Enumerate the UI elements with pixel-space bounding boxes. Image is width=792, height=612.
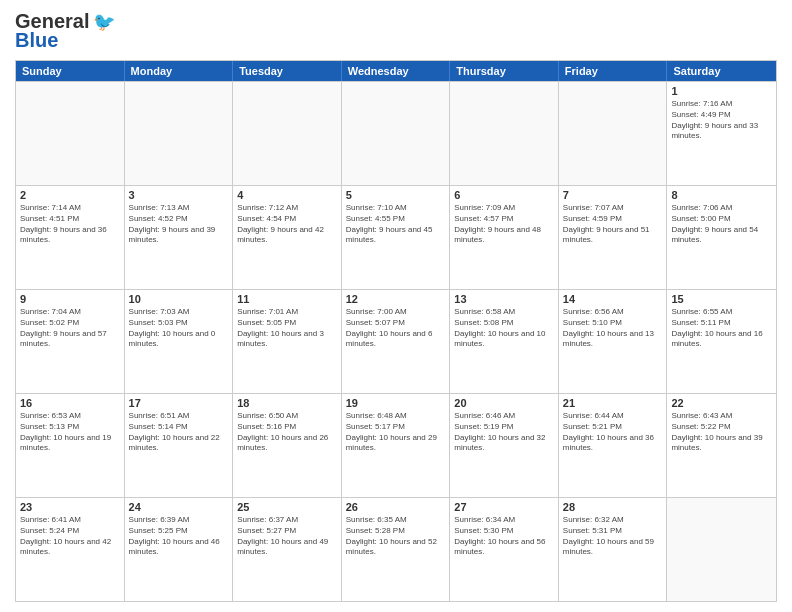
day-number-15: 15 (671, 293, 772, 305)
empty-cell (233, 82, 342, 185)
day-2: 2Sunrise: 7:14 AM Sunset: 4:51 PM Daylig… (16, 186, 125, 289)
day-info-21: Sunrise: 6:44 AM Sunset: 5:21 PM Dayligh… (563, 411, 663, 454)
day-info-4: Sunrise: 7:12 AM Sunset: 4:54 PM Dayligh… (237, 203, 337, 246)
day-info-25: Sunrise: 6:37 AM Sunset: 5:27 PM Dayligh… (237, 515, 337, 558)
day-number-6: 6 (454, 189, 554, 201)
day-info-3: Sunrise: 7:13 AM Sunset: 4:52 PM Dayligh… (129, 203, 229, 246)
day-17: 17Sunrise: 6:51 AM Sunset: 5:14 PM Dayli… (125, 394, 234, 497)
day-19: 19Sunrise: 6:48 AM Sunset: 5:17 PM Dayli… (342, 394, 451, 497)
day-1: 1Sunrise: 7:16 AM Sunset: 4:49 PM Daylig… (667, 82, 776, 185)
day-number-27: 27 (454, 501, 554, 513)
header-tuesday: Tuesday (233, 61, 342, 81)
calendar-header: Sunday Monday Tuesday Wednesday Thursday… (16, 61, 776, 81)
week-5: 23Sunrise: 6:41 AM Sunset: 5:24 PM Dayli… (16, 497, 776, 601)
day-8: 8Sunrise: 7:06 AM Sunset: 5:00 PM Daylig… (667, 186, 776, 289)
day-number-20: 20 (454, 397, 554, 409)
day-number-16: 16 (20, 397, 120, 409)
day-info-18: Sunrise: 6:50 AM Sunset: 5:16 PM Dayligh… (237, 411, 337, 454)
day-14: 14Sunrise: 6:56 AM Sunset: 5:10 PM Dayli… (559, 290, 668, 393)
day-4: 4Sunrise: 7:12 AM Sunset: 4:54 PM Daylig… (233, 186, 342, 289)
header-thursday: Thursday (450, 61, 559, 81)
day-info-5: Sunrise: 7:10 AM Sunset: 4:55 PM Dayligh… (346, 203, 446, 246)
day-info-23: Sunrise: 6:41 AM Sunset: 5:24 PM Dayligh… (20, 515, 120, 558)
day-number-28: 28 (563, 501, 663, 513)
day-number-3: 3 (129, 189, 229, 201)
day-21: 21Sunrise: 6:44 AM Sunset: 5:21 PM Dayli… (559, 394, 668, 497)
header-monday: Monday (125, 61, 234, 81)
day-info-20: Sunrise: 6:46 AM Sunset: 5:19 PM Dayligh… (454, 411, 554, 454)
day-info-15: Sunrise: 6:55 AM Sunset: 5:11 PM Dayligh… (671, 307, 772, 350)
day-22: 22Sunrise: 6:43 AM Sunset: 5:22 PM Dayli… (667, 394, 776, 497)
empty-cell (16, 82, 125, 185)
day-number-9: 9 (20, 293, 120, 305)
day-info-14: Sunrise: 6:56 AM Sunset: 5:10 PM Dayligh… (563, 307, 663, 350)
day-23: 23Sunrise: 6:41 AM Sunset: 5:24 PM Dayli… (16, 498, 125, 601)
empty-cell (125, 82, 234, 185)
header-saturday: Saturday (667, 61, 776, 81)
day-27: 27Sunrise: 6:34 AM Sunset: 5:30 PM Dayli… (450, 498, 559, 601)
day-12: 12Sunrise: 7:00 AM Sunset: 5:07 PM Dayli… (342, 290, 451, 393)
day-number-24: 24 (129, 501, 229, 513)
empty-cell (667, 498, 776, 601)
day-6: 6Sunrise: 7:09 AM Sunset: 4:57 PM Daylig… (450, 186, 559, 289)
day-number-7: 7 (563, 189, 663, 201)
day-3: 3Sunrise: 7:13 AM Sunset: 4:52 PM Daylig… (125, 186, 234, 289)
header: General 🐦 Blue (15, 10, 777, 52)
week-4: 16Sunrise: 6:53 AM Sunset: 5:13 PM Dayli… (16, 393, 776, 497)
week-2: 2Sunrise: 7:14 AM Sunset: 4:51 PM Daylig… (16, 185, 776, 289)
day-20: 20Sunrise: 6:46 AM Sunset: 5:19 PM Dayli… (450, 394, 559, 497)
day-25: 25Sunrise: 6:37 AM Sunset: 5:27 PM Dayli… (233, 498, 342, 601)
day-number-18: 18 (237, 397, 337, 409)
day-number-25: 25 (237, 501, 337, 513)
day-number-17: 17 (129, 397, 229, 409)
day-number-5: 5 (346, 189, 446, 201)
day-info-27: Sunrise: 6:34 AM Sunset: 5:30 PM Dayligh… (454, 515, 554, 558)
day-info-6: Sunrise: 7:09 AM Sunset: 4:57 PM Dayligh… (454, 203, 554, 246)
day-number-2: 2 (20, 189, 120, 201)
day-info-7: Sunrise: 7:07 AM Sunset: 4:59 PM Dayligh… (563, 203, 663, 246)
day-26: 26Sunrise: 6:35 AM Sunset: 5:28 PM Dayli… (342, 498, 451, 601)
day-7: 7Sunrise: 7:07 AM Sunset: 4:59 PM Daylig… (559, 186, 668, 289)
empty-cell (450, 82, 559, 185)
day-24: 24Sunrise: 6:39 AM Sunset: 5:25 PM Dayli… (125, 498, 234, 601)
day-info-19: Sunrise: 6:48 AM Sunset: 5:17 PM Dayligh… (346, 411, 446, 454)
day-info-17: Sunrise: 6:51 AM Sunset: 5:14 PM Dayligh… (129, 411, 229, 454)
day-number-22: 22 (671, 397, 772, 409)
day-number-26: 26 (346, 501, 446, 513)
day-18: 18Sunrise: 6:50 AM Sunset: 5:16 PM Dayli… (233, 394, 342, 497)
day-number-14: 14 (563, 293, 663, 305)
day-info-11: Sunrise: 7:01 AM Sunset: 5:05 PM Dayligh… (237, 307, 337, 350)
day-info-10: Sunrise: 7:03 AM Sunset: 5:03 PM Dayligh… (129, 307, 229, 350)
day-number-13: 13 (454, 293, 554, 305)
day-info-1: Sunrise: 7:16 AM Sunset: 4:49 PM Dayligh… (671, 99, 772, 142)
day-info-13: Sunrise: 6:58 AM Sunset: 5:08 PM Dayligh… (454, 307, 554, 350)
calendar: Sunday Monday Tuesday Wednesday Thursday… (15, 60, 777, 602)
day-number-21: 21 (563, 397, 663, 409)
page: General 🐦 Blue Sunday Monday Tuesday Wed… (0, 0, 792, 612)
day-16: 16Sunrise: 6:53 AM Sunset: 5:13 PM Dayli… (16, 394, 125, 497)
empty-cell (342, 82, 451, 185)
day-info-28: Sunrise: 6:32 AM Sunset: 5:31 PM Dayligh… (563, 515, 663, 558)
day-number-4: 4 (237, 189, 337, 201)
day-info-2: Sunrise: 7:14 AM Sunset: 4:51 PM Dayligh… (20, 203, 120, 246)
day-5: 5Sunrise: 7:10 AM Sunset: 4:55 PM Daylig… (342, 186, 451, 289)
day-info-16: Sunrise: 6:53 AM Sunset: 5:13 PM Dayligh… (20, 411, 120, 454)
day-number-1: 1 (671, 85, 772, 97)
week-1: 1Sunrise: 7:16 AM Sunset: 4:49 PM Daylig… (16, 81, 776, 185)
logo: General 🐦 Blue (15, 10, 115, 52)
header-wednesday: Wednesday (342, 61, 451, 81)
calendar-body: 1Sunrise: 7:16 AM Sunset: 4:49 PM Daylig… (16, 81, 776, 601)
week-3: 9Sunrise: 7:04 AM Sunset: 5:02 PM Daylig… (16, 289, 776, 393)
day-9: 9Sunrise: 7:04 AM Sunset: 5:02 PM Daylig… (16, 290, 125, 393)
day-number-19: 19 (346, 397, 446, 409)
logo-blue: Blue (15, 29, 58, 52)
day-number-10: 10 (129, 293, 229, 305)
header-friday: Friday (559, 61, 668, 81)
day-info-9: Sunrise: 7:04 AM Sunset: 5:02 PM Dayligh… (20, 307, 120, 350)
day-info-12: Sunrise: 7:00 AM Sunset: 5:07 PM Dayligh… (346, 307, 446, 350)
day-info-26: Sunrise: 6:35 AM Sunset: 5:28 PM Dayligh… (346, 515, 446, 558)
empty-cell (559, 82, 668, 185)
day-info-22: Sunrise: 6:43 AM Sunset: 5:22 PM Dayligh… (671, 411, 772, 454)
day-28: 28Sunrise: 6:32 AM Sunset: 5:31 PM Dayli… (559, 498, 668, 601)
day-number-11: 11 (237, 293, 337, 305)
